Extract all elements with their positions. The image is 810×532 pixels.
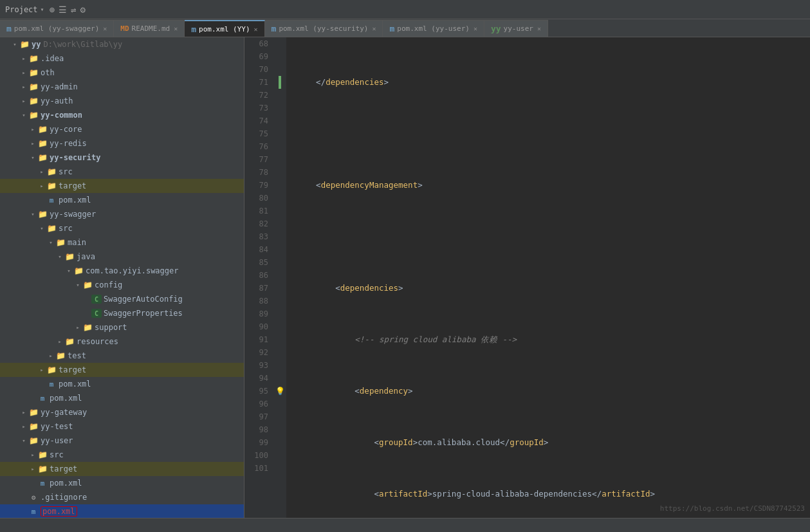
tree-item-oth[interactable]: 📁 oth xyxy=(0,66,244,80)
tree-item-pom-common[interactable]: m pom.xml xyxy=(0,391,244,405)
gutter-cell-84 xyxy=(273,243,286,256)
tab-close-pom-yy[interactable]: ✕ xyxy=(254,26,258,33)
line-num-70: 70 xyxy=(250,63,268,76)
tab-close-pom-user[interactable]: ✕ xyxy=(474,25,477,32)
tab-close-readme[interactable]: ✕ xyxy=(174,25,178,32)
tree-label-gitignore: .gitignore xyxy=(41,493,87,502)
tree-item-java-swagger[interactable]: 📁 java xyxy=(0,250,244,264)
tree-item-pom-root[interactable]: m pom.xml xyxy=(0,504,244,518)
add-icon[interactable]: ⊕ xyxy=(50,5,55,15)
tab-close-pom-security[interactable]: ✕ xyxy=(372,25,376,32)
tree-item-src-user[interactable]: 📁 src xyxy=(0,448,244,462)
tree-item-yy-admin[interactable]: 📁 yy-admin xyxy=(0,80,244,94)
gutter-cell-69 xyxy=(273,50,286,63)
tree-label-main-swagger: main xyxy=(68,238,86,247)
tree-item-src-swagger[interactable]: 📁 src xyxy=(0,221,244,235)
tab-pom-user[interactable]: m pom.xml (yy-user) ✕ xyxy=(383,20,484,37)
tab-label-yy-user: yy-user xyxy=(504,24,533,33)
tab-pom-security[interactable]: m pom.xml (yy-security) ✕ xyxy=(265,20,383,37)
tree-item-com-tao[interactable]: 📁 com.tao.yiyi.swagger xyxy=(0,264,244,278)
tab-readme[interactable]: MD README.md ✕ xyxy=(114,20,185,37)
line-content-75: <groupId>com.alibaba.cloud</groupId> xyxy=(294,436,810,449)
code-editor[interactable]: 68 69 70 71 72 73 74 75 76 77 78 79 80 8… xyxy=(244,37,810,518)
tab-icon-pom-yy: m xyxy=(191,24,196,34)
tab-close-yy-user[interactable]: ✕ xyxy=(537,25,541,32)
code-line-70: <dependencyManagement> xyxy=(294,179,810,192)
folder-icon-oth: 📁 xyxy=(28,68,39,77)
tree-item-yy-auth[interactable]: 📁 yy-auth xyxy=(0,94,244,108)
tree-item-target-security[interactable]: 📁 target xyxy=(0,179,244,193)
tree-item-yy-root[interactable]: 📁 yy D:\work\Gitlab\yy xyxy=(0,37,244,51)
line-num-74: 74 xyxy=(250,115,268,127)
sync-icon[interactable]: ⇌ xyxy=(71,5,76,15)
tree-item-yy-core[interactable]: 📁 yy-core xyxy=(0,122,244,136)
tab-pom-swagger[interactable]: m pom.xml (yy-swagger) ✕ xyxy=(0,20,114,37)
line-num-94: 94 xyxy=(250,372,268,385)
tree-item-target-user[interactable]: 📁 target xyxy=(0,462,244,476)
tree-label-yy-root: yy xyxy=(32,40,41,49)
tree-label-yy-user-dir: yy-user xyxy=(41,436,73,445)
gutter-cell-88 xyxy=(273,295,286,307)
gutter-cell-79 xyxy=(273,179,286,192)
tree-item-src-security[interactable]: 📁 src xyxy=(0,165,244,179)
gutter-cell-90 xyxy=(273,320,286,333)
tree-label-support-dir: support xyxy=(95,323,127,332)
tree-item-pom-user-file[interactable]: m pom.xml xyxy=(0,476,244,490)
tree-item-config-dir[interactable]: 📁 config xyxy=(0,278,244,292)
line-content-68: </dependencies> xyxy=(294,76,810,89)
tab-label-pom-swagger: pom.xml (yy-swagger) xyxy=(14,24,99,33)
tree-arrow-yy-redis xyxy=(28,139,37,148)
folder-icon-target-user: 📁 xyxy=(37,464,48,473)
tree-item-swagger-properties[interactable]: C SwaggerProperties xyxy=(0,306,244,320)
tree-item-gitignore[interactable]: ⚙ .gitignore xyxy=(0,490,244,504)
tree-label-src-user: src xyxy=(50,450,64,459)
line-num-81: 81 xyxy=(250,205,268,217)
gitignore-file-icon: ⚙ xyxy=(28,493,39,502)
tree-item-support-dir[interactable]: 📁 support xyxy=(0,320,244,335)
tree-item-idea[interactable]: 📁 .idea xyxy=(0,51,244,66)
gutter-cell-100 xyxy=(273,449,286,462)
tree-label-src-swagger: src xyxy=(59,224,73,233)
tree-arrow-com-tao xyxy=(64,266,73,275)
tree-label-swagger-properties: SwaggerProperties xyxy=(104,309,183,318)
tree-item-resources-dir[interactable]: 📁 resources xyxy=(0,335,244,349)
tab-pom-yy[interactable]: m pom.xml (YY) ✕ xyxy=(185,20,264,37)
folder-icon-java-swagger: 📁 xyxy=(64,252,75,261)
tree-item-pom-security-file[interactable]: m pom.xml xyxy=(0,193,244,207)
folder-icon-yy-core: 📁 xyxy=(37,125,48,134)
folder-icon-yy-gateway: 📁 xyxy=(28,408,39,417)
tree-item-swagger-autoconfig[interactable]: C SwaggerAutoConfig xyxy=(0,292,244,306)
tab-yy-user[interactable]: yy yy-user ✕ xyxy=(484,20,548,37)
code-line-74: <dependency> xyxy=(294,385,810,398)
tree-item-yy-user-dir[interactable]: 📁 yy-user xyxy=(0,434,244,448)
settings-icon[interactable]: ⚙ xyxy=(80,5,85,15)
watermark: https://blog.csdn.net/CSDN87742523 xyxy=(660,504,805,513)
tree-arrow-idea xyxy=(19,54,28,63)
tree-arrow-support-dir xyxy=(73,323,82,332)
dropdown-arrow-icon[interactable]: ▾ xyxy=(41,6,44,13)
gutter-cell-85 xyxy=(273,256,286,269)
tree-item-test-dir[interactable]: 📁 test xyxy=(0,349,244,363)
tree-item-yy-security[interactable]: 📁 yy-security xyxy=(0,151,244,165)
line-num-77: 77 xyxy=(250,153,268,166)
gutter-cell-92 xyxy=(273,346,286,359)
gutter-cell-101 xyxy=(273,462,286,475)
bulb-icon-95[interactable]: 💡 xyxy=(275,387,285,396)
tree-item-yy-test[interactable]: 📁 yy-test xyxy=(0,419,244,434)
tree-item-yy-gateway[interactable]: 📁 yy-gateway xyxy=(0,405,244,419)
tree-item-target-swagger[interactable]: 📁 target xyxy=(0,363,244,377)
line-num-95: 95 xyxy=(250,385,268,398)
line-numbers: 68 69 70 71 72 73 74 75 76 77 78 79 80 8… xyxy=(244,37,273,518)
list-icon[interactable]: ☰ xyxy=(59,5,67,15)
tree-label-yy-auth: yy-auth xyxy=(41,96,73,105)
tree-item-main-swagger[interactable]: 📁 main xyxy=(0,235,244,250)
tree-item-yy-redis[interactable]: 📁 yy-redis xyxy=(0,136,244,151)
tree-item-pom-swagger-file[interactable]: m pom.xml xyxy=(0,377,244,391)
tree-item-yy-swagger[interactable]: 📁 yy-swagger xyxy=(0,207,244,221)
tree-label-target-user: target xyxy=(50,464,77,473)
tree-item-yy-common[interactable]: 📁 yy-common xyxy=(0,108,244,122)
tree-arrow-pom-swagger-file xyxy=(37,380,46,389)
pom-file-icon-swagger: m xyxy=(46,380,57,389)
title-bar-icons: ⊕ ☰ ⇌ ⚙ xyxy=(50,5,86,15)
tab-close-pom-swagger[interactable]: ✕ xyxy=(103,25,107,32)
